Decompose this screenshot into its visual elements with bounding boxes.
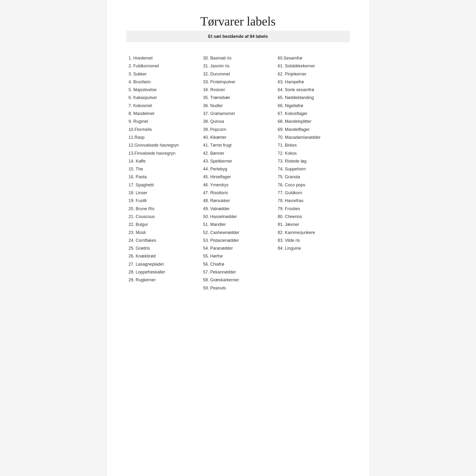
- column-2: 30. Basmati ris31. Jasmin ris32. Durumme…: [201, 54, 275, 292]
- list-item: 22. Bulgur: [129, 221, 198, 228]
- list-item: 32. Durummel: [203, 70, 273, 78]
- list-item: 45. Hirseflager: [203, 173, 273, 181]
- list-item: 5. Majsstivelse: [129, 86, 198, 94]
- list-item: 54. Paranødder: [203, 244, 273, 252]
- list-item: 64. Sorte sesamfrø: [278, 86, 347, 94]
- page: Tørvarer labels Et sæt bestående af 84 l…: [107, 0, 369, 476]
- list-item: 84. Linguine: [278, 244, 347, 252]
- list-item: 17. Spaghetti: [129, 181, 198, 189]
- list-item: 25. Grødris: [129, 244, 198, 252]
- list-item: 49. Valnødder: [203, 205, 273, 213]
- list-item: 63. Hampefrø: [278, 78, 347, 86]
- list-item: 53. Pistacienødder: [203, 237, 273, 244]
- list-item: 77. Guldkorn: [278, 189, 347, 197]
- list-item: 66. Nigellafrø: [278, 102, 347, 110]
- list-item: 71. Birkes: [278, 141, 347, 149]
- list-item: 48. Rørsukker: [203, 197, 273, 205]
- list-2: 30. Basmati ris31. Jasmin ris32. Durumme…: [203, 54, 273, 292]
- list-item: 4. Brunfarin: [129, 78, 198, 86]
- list-item: 12.Grovvalsede havregryn: [129, 141, 198, 149]
- list-item: 44. Perlebyg: [203, 165, 273, 173]
- list-item: 36. Nudler: [203, 102, 273, 110]
- list-item: 67. Kokosflager: [278, 110, 347, 118]
- list-item: 10.Flormelis: [129, 126, 198, 134]
- list-item: 83. Vilde ris: [278, 237, 347, 244]
- list-item: 62. Pinjekerner: [278, 70, 347, 78]
- list-item: 1. Hvedemel: [129, 54, 198, 62]
- list-item: 31. Jasmin ris: [203, 62, 273, 70]
- list-item: 75. Granola: [278, 173, 347, 181]
- list-item: 40. Kikærter: [203, 134, 273, 141]
- list-item: 8. Mandelmel: [129, 110, 198, 118]
- list-item: 39. Popcorn: [203, 126, 273, 134]
- list-item: 6. Kakaopulver: [129, 94, 198, 102]
- page-title: Tørvarer labels: [126, 14, 350, 28]
- list-item: 42. Bønner: [203, 150, 273, 157]
- columns-container: 1. Hvedemel2. Fuldkornsmel3. Sukker4. Br…: [126, 54, 350, 292]
- list-item: 78. Havrefras: [278, 197, 347, 205]
- list-item: 2. Fuldkornsmel: [129, 62, 198, 70]
- list-item: 7. Kokosmel: [129, 102, 198, 110]
- list-item: 82. Kammerjunkere: [278, 229, 347, 237]
- list-item: 52. Cashewnødder: [203, 229, 273, 237]
- list-item: 16. Pasta: [129, 173, 198, 181]
- list-item: 51. Mandler: [203, 221, 273, 228]
- list-item: 81. Jævner: [278, 221, 347, 228]
- list-item: 59. Peanuts: [203, 284, 273, 292]
- list-item: 58. Græskarkerner: [203, 276, 273, 284]
- list-item: 37. Grahamsmel: [203, 110, 273, 118]
- list-item: 29. Rugkerner: [129, 276, 198, 284]
- list-item: 28. Loppefrøskaller: [129, 268, 198, 276]
- list-item: 46. Ymerdrys: [203, 181, 273, 189]
- list-item: 14. Kaffe: [129, 157, 198, 165]
- list-item: 70. Macadamianødder: [278, 134, 347, 141]
- list-item: 56. Chiafrø: [203, 260, 273, 268]
- list-item: 68. Mandelsplitter: [278, 118, 347, 125]
- list-item: 60.Sesamfrø: [278, 54, 347, 62]
- subtitle-bar: Et sæt bestående af 84 labels: [126, 31, 350, 42]
- list-item: 33. Proteinpulver: [203, 78, 273, 86]
- list-item: 76. Coco pops: [278, 181, 347, 189]
- list-item: 72. Kokos: [278, 150, 347, 157]
- list-item: 18. Linser: [129, 189, 198, 197]
- list-item: 57. Pekannødder: [203, 268, 273, 276]
- list-item: 69. Mandelflager: [278, 126, 347, 134]
- list-item: 43. Speltkerner: [203, 157, 273, 165]
- list-item: 34. Rosiner: [203, 86, 273, 94]
- list-item: 55. Hørfrø: [203, 252, 273, 260]
- column-3: 60.Sesamfrø61. Solskikkekerner62. Pinjek…: [275, 54, 350, 292]
- list-item: 24. Cornflakes: [129, 237, 198, 244]
- list-3: 60.Sesamfrø61. Solskikkekerner62. Pinjek…: [278, 54, 347, 252]
- list-item: 41. Tørret frugt: [203, 141, 273, 149]
- list-item: 15. The: [129, 165, 198, 173]
- list-item: 20. Brune Ris: [129, 205, 198, 213]
- list-item: 30. Basmati ris: [203, 54, 273, 62]
- list-item: 74. Suppehorn: [278, 165, 347, 173]
- list-item: 9. Rugmel: [129, 118, 198, 125]
- list-item: 61. Solskikkekerner: [278, 62, 347, 70]
- list-item: 79. Frosties: [278, 205, 347, 213]
- list-item: 23. Müsli: [129, 229, 198, 237]
- column-1: 1. Hvedemel2. Fuldkornsmel3. Sukker4. Br…: [126, 54, 201, 292]
- list-item: 47. Risottoris: [203, 189, 273, 197]
- list-item: 27. Lasagneplader: [129, 260, 198, 268]
- list-item: 26. Knækbrød: [129, 252, 198, 260]
- list-item: 73. Ristede løg: [278, 157, 347, 165]
- list-item: 50. Hasselnødder: [203, 213, 273, 221]
- list-item: 38. Quinoa: [203, 118, 273, 125]
- list-item: 19. Fusilli: [129, 197, 198, 205]
- list-item: 65. Nøddeblanding: [278, 94, 347, 102]
- list-item: 80. Cheerios: [278, 213, 347, 221]
- list-1: 1. Hvedemel2. Fuldkornsmel3. Sukker4. Br…: [129, 54, 198, 284]
- list-item: 11.Rasp: [129, 134, 198, 141]
- list-item: 35. Trænebær: [203, 94, 273, 102]
- list-item: 21. Couscous: [129, 213, 198, 221]
- subtitle-text: Et sæt bestående af 84 labels: [208, 34, 268, 39]
- list-item: 13.Finvalsede havregryn: [129, 150, 198, 157]
- list-item: 3. Sukker: [129, 70, 198, 78]
